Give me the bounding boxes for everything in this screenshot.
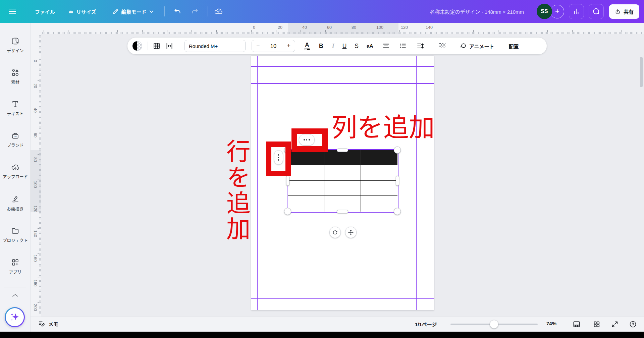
sidebar-item-upload[interactable]: アップロード [0, 158, 31, 184]
chevron-up-icon[interactable] [12, 294, 18, 297]
transparency-button[interactable] [439, 42, 446, 50]
table-grid-button[interactable] [153, 42, 161, 50]
table-cell[interactable] [361, 181, 397, 196]
text-color-button[interactable]: A [304, 42, 310, 50]
font-selector[interactable]: Rounded M+ [184, 40, 246, 52]
table-cell[interactable] [324, 196, 361, 212]
resize-handle-bottom-right[interactable] [394, 208, 401, 215]
avatar[interactable]: SS [537, 4, 552, 19]
table-cell[interactable] [324, 181, 361, 196]
table-header-cell[interactable] [361, 150, 397, 165]
fullscreen-button[interactable] [610, 319, 620, 329]
table-cell[interactable] [288, 165, 324, 181]
ruler-label: 160 [31, 254, 40, 263]
table-element[interactable] [288, 150, 397, 212]
vertical-ruler[interactable]: 0 20 40 60 80 100 120 140 160 180 200 [31, 34, 41, 318]
table-header-cell[interactable] [288, 150, 324, 165]
horizontal-ruler[interactable]: 0 20 40 60 80 100 120 140 [41, 23, 644, 34]
sidebar-item-text[interactable]: テキスト [0, 95, 31, 121]
sidebar-item-label: 素材 [11, 79, 19, 85]
bullet-list-button[interactable] [399, 42, 407, 50]
add-member-button[interactable]: + [550, 5, 564, 18]
resize-handle-bottom-left[interactable] [284, 208, 291, 215]
guide-vertical-right[interactable] [416, 56, 417, 310]
comments-button[interactable] [589, 4, 604, 19]
sidebar-item-projects[interactable]: プロジェクト [0, 222, 31, 248]
sidebar-item-design[interactable]: デザイン [0, 32, 31, 58]
page-indicator[interactable]: 1/1ページ [415, 321, 437, 328]
guide-vertical-left[interactable] [257, 56, 258, 310]
sidebar-item-elements[interactable]: 素材 [0, 64, 31, 90]
guide-horizontal-top2[interactable] [251, 83, 434, 84]
sidebar-item-draw[interactable]: お絵描き [0, 190, 31, 217]
top-bar: ファイル リサイズ 編集モード 名称未設定のデザイン - 148mm × 210… [0, 0, 644, 23]
table-cell[interactable] [288, 196, 324, 212]
bar-chart-icon [573, 8, 580, 15]
rotate-icon [332, 229, 338, 235]
top-bar-divider [208, 6, 208, 16]
ruler-label: 0 [31, 57, 40, 65]
font-name: Rounded M+ [189, 43, 218, 49]
table-cell[interactable] [324, 165, 361, 181]
zoom-slider-thumb[interactable] [490, 320, 498, 329]
table-header-cell[interactable] [324, 150, 361, 165]
file-menu[interactable]: ファイル [35, 8, 55, 15]
guide-horizontal-top1[interactable] [251, 66, 434, 67]
table-cell[interactable] [361, 196, 397, 212]
main-menu-button[interactable] [9, 9, 16, 14]
ruler-label: 60 [31, 131, 40, 139]
sidebar-item-label: デザイン [7, 47, 23, 54]
bold-button[interactable]: B [319, 43, 323, 50]
font-size-increase-button[interactable]: + [287, 43, 290, 50]
table-cell[interactable] [288, 181, 324, 196]
position-button[interactable]: 配置 [509, 43, 519, 50]
share-button[interactable]: 共有 [609, 4, 639, 19]
cloud-saved-icon[interactable] [214, 7, 223, 16]
move-icon [348, 229, 354, 235]
guide-horizontal-bottom[interactable] [251, 298, 434, 299]
canva-ai-button[interactable] [5, 307, 25, 327]
strikethrough-button[interactable]: S [355, 43, 359, 50]
toolbar-divider [179, 42, 179, 50]
resize-handle-left[interactable] [286, 176, 289, 186]
move-button[interactable] [345, 227, 357, 238]
font-size-value[interactable]: 10 [270, 43, 276, 49]
sidebar-item-apps[interactable]: アプリ [0, 253, 31, 280]
insights-button[interactable] [569, 4, 584, 19]
animate-label: アニメート [469, 43, 494, 50]
resize-handle-top[interactable] [337, 149, 348, 152]
column-width-button[interactable] [165, 42, 173, 50]
italic-button[interactable]: I [332, 43, 334, 50]
undo-button[interactable] [171, 5, 183, 17]
resize-handle-right[interactable] [396, 176, 399, 186]
ruler-label: 60 [327, 25, 332, 30]
animate-button[interactable]: アニメート [459, 42, 494, 50]
top-bar-right: 名称未設定のデザイン - 148mm × 210mm SS + 共有 [430, 0, 644, 23]
chevron-down-icon [149, 10, 154, 13]
share-button-label: 共有 [624, 8, 634, 15]
edit-mode-menu[interactable]: 編集モード [112, 8, 154, 15]
grid-view-button[interactable] [572, 319, 582, 329]
resize-menu[interactable]: リサイズ [68, 8, 96, 15]
text-case-button[interactable]: aA [367, 43, 373, 49]
font-size-decrease-button[interactable]: − [256, 43, 260, 50]
sidebar: デザイン 素材 テキスト co ブランド アップロード お絵描き プロジェクト … [0, 23, 31, 332]
help-button[interactable] [628, 319, 638, 329]
vertical-scrollbar[interactable] [640, 57, 643, 87]
underline-button[interactable]: U [342, 43, 347, 50]
design-title[interactable]: 名称未設定のデザイン - 148mm × 210mm [430, 8, 524, 15]
redo-button[interactable] [189, 5, 201, 17]
annotation-box-column-menu [291, 128, 328, 152]
text-align-button[interactable] [382, 42, 390, 50]
thumbnail-grid-button[interactable] [592, 319, 602, 329]
table-color-swatch[interactable] [132, 41, 142, 51]
resize-handle-top-right[interactable] [394, 147, 401, 154]
line-spacing-button[interactable] [416, 42, 424, 50]
zoom-level[interactable]: 74% [546, 321, 556, 326]
sidebar-item-brand[interactable]: co ブランド [0, 127, 31, 153]
table-cell[interactable] [361, 165, 397, 181]
rotate-button[interactable] [329, 227, 341, 238]
ruler-label: 200 [31, 303, 40, 312]
notes-button[interactable]: メモ [38, 320, 58, 327]
resize-handle-bottom[interactable] [337, 210, 348, 213]
